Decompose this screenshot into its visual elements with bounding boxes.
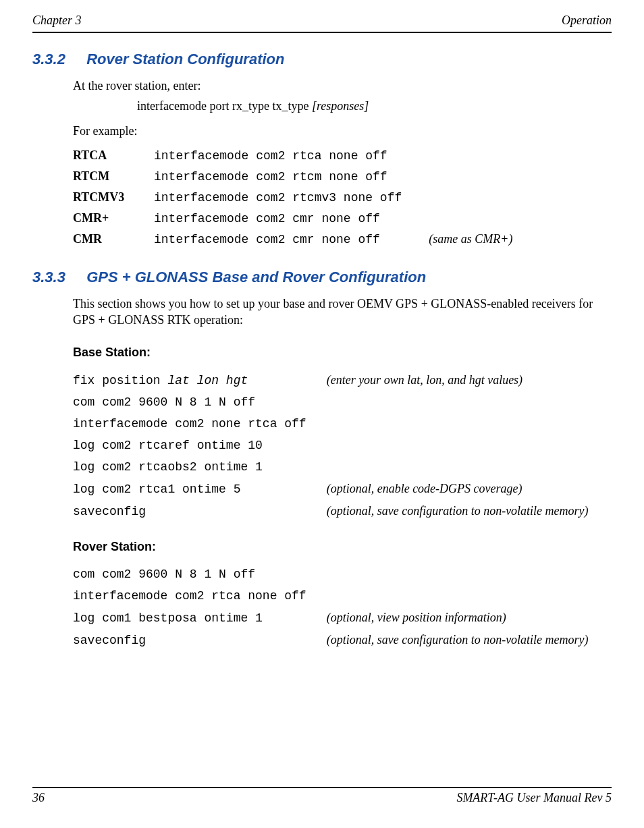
example-row: RTCMinterfacemode com2 rtcm none off xyxy=(73,166,512,187)
command-plain: log com1 bestposa ontime 1 xyxy=(73,611,263,625)
base-station-heading: Base Station: xyxy=(73,346,612,360)
command-text: com com2 9600 N 8 1 N off xyxy=(73,391,327,413)
command-text: interfacemode com2 none rtca off xyxy=(73,413,327,435)
command-text: com com2 9600 N 8 1 N off xyxy=(73,563,327,585)
command-note: (optional, save configuration to non-vol… xyxy=(327,629,589,651)
section-332-heading-text: Rover Station Configuration xyxy=(86,51,284,67)
para-enter-intro: At the rover station, enter: xyxy=(73,78,612,94)
command-row: log com2 rtcaobs2 ontime 1 xyxy=(73,456,589,478)
command-text: log com2 rtcaref ontime 10 xyxy=(73,435,327,456)
rover-station-commands: com com2 9600 N 8 1 N offinterfacemode c… xyxy=(73,563,589,651)
example-row: RTCAinterfacemode com2 rtca none off xyxy=(73,145,512,166)
command-note xyxy=(327,391,589,413)
example-key: RTCM xyxy=(73,166,154,187)
rover-station-heading: Rover Station: xyxy=(73,540,612,554)
command-plain: saveconfig xyxy=(73,505,146,518)
command-note: (optional, view position information) xyxy=(327,607,589,629)
command-plain: interfacemode com2 none rtca off xyxy=(73,417,306,431)
example-note xyxy=(429,166,512,187)
command-row: log com2 rtcaref ontime 10 xyxy=(73,435,589,456)
section-333-heading-text: GPS + GLONASS Base and Rover Configurati… xyxy=(86,269,426,285)
syntax-plain: interfacemode port rx_type tx_type xyxy=(137,99,312,113)
command-note xyxy=(327,435,589,456)
command-row: log com1 bestposa ontime 1(optional, vie… xyxy=(73,607,589,629)
base-station-commands: fix position lat lon hgt(enter your own … xyxy=(73,369,589,522)
example-commands-table: RTCAinterfacemode com2 rtca none offRTCM… xyxy=(73,145,512,250)
example-command: interfacemode com2 rtca none off xyxy=(154,145,429,166)
example-key: CMR xyxy=(73,229,154,250)
example-note: (same as CMR+) xyxy=(429,229,512,250)
command-note xyxy=(327,456,589,478)
header-section: Operation xyxy=(562,13,612,28)
example-command: interfacemode com2 cmr none off xyxy=(154,229,429,250)
command-text: saveconfig xyxy=(73,500,327,522)
command-row: com com2 9600 N 8 1 N off xyxy=(73,391,589,413)
command-note: (enter your own lat, lon, and hgt values… xyxy=(327,369,589,391)
page-number: 36 xyxy=(32,791,45,805)
command-row: com com2 9600 N 8 1 N off xyxy=(73,563,589,585)
running-header: Chapter 3 Operation xyxy=(32,13,612,33)
command-note xyxy=(327,563,589,585)
command-text: log com2 rtca1 ontime 5 xyxy=(73,478,327,500)
command-plain: log com2 rtcaobs2 ontime 1 xyxy=(73,460,263,474)
command-text: interfacemode com2 rtca none off xyxy=(73,585,327,607)
command-note: (optional, enable code-DGPS coverage) xyxy=(327,478,589,500)
command-text: fix position lat lon hgt xyxy=(73,369,327,391)
example-row: CMRinterfacemode com2 cmr none off(same … xyxy=(73,229,512,250)
section-333-number: 3.3.3 xyxy=(32,269,82,286)
command-row: saveconfig(optional, save configuration … xyxy=(73,500,589,522)
doc-title: SMART-AG User Manual Rev 5 xyxy=(456,791,612,805)
example-note xyxy=(429,145,512,166)
command-text: saveconfig xyxy=(73,629,327,651)
syntax-line: interfacemode port rx_type tx_type [resp… xyxy=(137,99,612,113)
command-plain: fix position xyxy=(73,374,167,387)
command-row: interfacemode com2 rtca none off xyxy=(73,585,589,607)
command-row: fix position lat lon hgt(enter your own … xyxy=(73,369,589,391)
example-note xyxy=(429,187,512,208)
example-key: CMR+ xyxy=(73,208,154,229)
command-row: saveconfig(optional, save configuration … xyxy=(73,629,589,651)
example-row: CMR+interfacemode com2 cmr none off xyxy=(73,208,512,229)
page-footer: 36 SMART-AG User Manual Rev 5 xyxy=(32,787,612,805)
example-key: RTCA xyxy=(73,145,154,166)
command-row: log com2 rtca1 ontime 5(optional, enable… xyxy=(73,478,589,500)
command-plain: saveconfig xyxy=(73,634,146,647)
section-332-number: 3.3.2 xyxy=(32,51,82,68)
syntax-responses: [responses] xyxy=(312,99,369,113)
command-note xyxy=(327,585,589,607)
section-332-title: 3.3.2 Rover Station Configuration xyxy=(32,51,612,68)
example-key: RTCMV3 xyxy=(73,187,154,208)
example-row: RTCMV3interfacemode com2 rtcmv3 none off xyxy=(73,187,512,208)
header-chapter: Chapter 3 xyxy=(32,13,82,28)
command-note: (optional, save configuration to non-vol… xyxy=(327,500,589,522)
example-command: interfacemode com2 cmr none off xyxy=(154,208,429,229)
example-note xyxy=(429,208,512,229)
example-command: interfacemode com2 rtcm none off xyxy=(154,166,429,187)
section-333-intro: This section shows you how to set up you… xyxy=(73,296,612,329)
page-content: Chapter 3 Operation 3.3.2 Rover Station … xyxy=(0,0,644,651)
command-text: log com1 bestposa ontime 1 xyxy=(73,607,327,629)
command-plain: interfacemode com2 rtca none off xyxy=(73,589,306,603)
command-plain: com com2 9600 N 8 1 N off xyxy=(73,395,255,409)
command-text: log com2 rtcaobs2 ontime 1 xyxy=(73,456,327,478)
command-plain: log com2 rtca1 ontime 5 xyxy=(73,482,240,496)
command-plain: log com2 rtcaref ontime 10 xyxy=(73,439,263,452)
para-for-example: For example: xyxy=(73,123,612,139)
example-command: interfacemode com2 rtcmv3 none off xyxy=(154,187,429,208)
command-row: interfacemode com2 none rtca off xyxy=(73,413,589,435)
command-note xyxy=(327,413,589,435)
section-333-title: 3.3.3 GPS + GLONASS Base and Rover Confi… xyxy=(32,269,612,286)
command-plain: com com2 9600 N 8 1 N off xyxy=(73,568,255,581)
command-params: lat lon hgt xyxy=(167,374,248,387)
